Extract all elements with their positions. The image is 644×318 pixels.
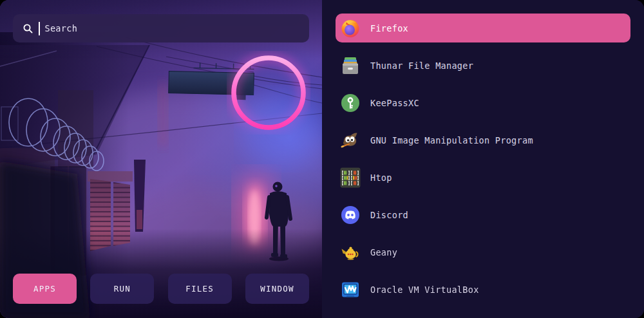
- geany-icon: [340, 242, 361, 263]
- search-input[interactable]: Search: [13, 14, 309, 42]
- launcher-window: Search APPS RUN FILES WINDOW: [0, 0, 644, 318]
- app-row-gimp[interactable]: GNU Image Manipulation Program: [336, 126, 630, 154]
- text-cursor: [39, 22, 40, 35]
- app-row-thunar[interactable]: Thunar File Manager: [336, 51, 630, 80]
- app-row-firefox[interactable]: Firefox: [336, 14, 630, 42]
- tab-run[interactable]: RUN: [90, 274, 154, 304]
- app-row-discord[interactable]: Discord: [336, 200, 630, 229]
- search-icon: [23, 23, 33, 34]
- app-row-htop[interactable]: Htop: [336, 163, 630, 192]
- app-list: Firefox Thunar File Manager: [322, 0, 644, 318]
- app-label: Discord: [370, 210, 408, 220]
- app-label: Geany: [370, 247, 397, 257]
- gimp-icon: [340, 130, 361, 151]
- app-label: Oracle VM VirtualBox: [370, 285, 479, 295]
- app-label: GNU Image Manipulation Program: [370, 135, 533, 145]
- thunar-icon: [340, 55, 361, 76]
- search-placeholder: Search: [45, 23, 78, 33]
- keepassxc-icon: [340, 93, 361, 113]
- firefox-icon: [340, 18, 361, 39]
- discord-icon: [340, 205, 361, 225]
- mode-tabs: APPS RUN FILES WINDOW: [0, 274, 322, 318]
- tab-window[interactable]: WINDOW: [245, 274, 309, 304]
- app-label: KeePassXC: [370, 98, 419, 108]
- left-panel: Search APPS RUN FILES WINDOW: [0, 0, 322, 318]
- tab-files[interactable]: FILES: [168, 274, 232, 304]
- app-label: Thunar File Manager: [370, 61, 473, 71]
- htop-icon: [340, 167, 361, 188]
- app-row-virtualbox[interactable]: Oracle VM VirtualBox: [336, 275, 630, 304]
- virtualbox-icon: [340, 279, 361, 300]
- app-row-keepassxc[interactable]: KeePassXC: [336, 88, 630, 117]
- wallpaper-background: [0, 0, 322, 318]
- tab-apps[interactable]: APPS: [13, 274, 77, 304]
- app-label: Firefox: [370, 23, 408, 33]
- app-label: Htop: [370, 173, 392, 183]
- app-row-geany[interactable]: Geany: [336, 238, 630, 267]
